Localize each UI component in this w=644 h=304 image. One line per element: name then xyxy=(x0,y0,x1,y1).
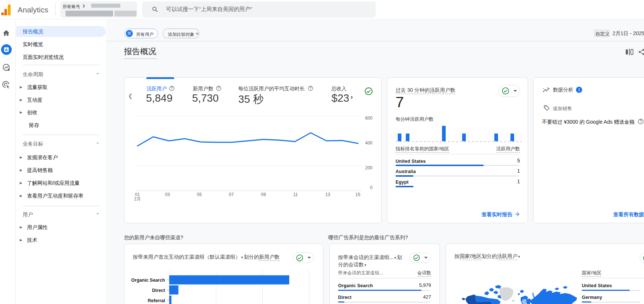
svg-text:Direct: Direct xyxy=(152,288,165,293)
svg-text:Referral: Referral xyxy=(148,298,165,303)
svg-text:0: 0 xyxy=(370,185,372,190)
svg-text:600: 600 xyxy=(365,116,372,121)
svg-text:13: 13 xyxy=(325,192,330,197)
svg-text:15: 15 xyxy=(355,192,360,197)
svg-text:09: 09 xyxy=(261,192,266,197)
svg-text:400: 400 xyxy=(365,140,372,146)
svg-text:Organic Search: Organic Search xyxy=(131,278,165,283)
svg-text:07: 07 xyxy=(229,192,234,197)
svg-text:200: 200 xyxy=(365,165,372,170)
svg-text:2月: 2月 xyxy=(134,196,141,202)
svg-text:05: 05 xyxy=(197,192,202,197)
svg-text:03: 03 xyxy=(165,192,170,197)
svg-text:11: 11 xyxy=(293,192,298,197)
